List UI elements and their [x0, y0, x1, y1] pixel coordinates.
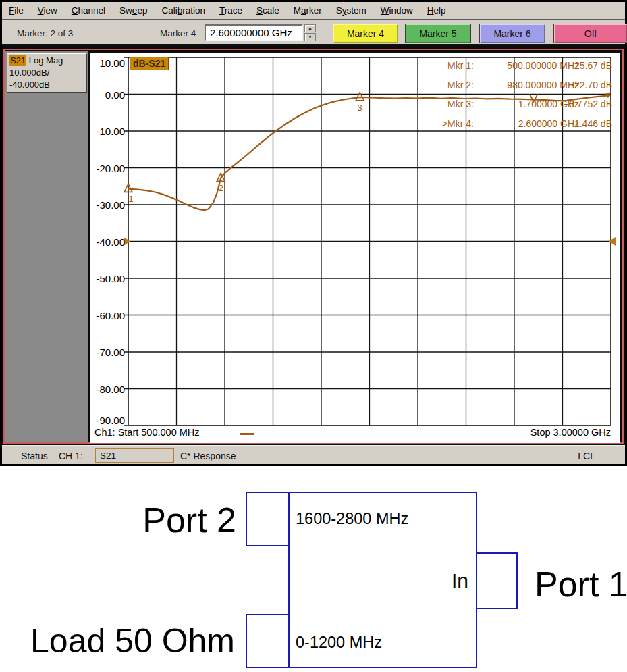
menu-window[interactable]: Window — [381, 5, 413, 16]
load-stub-box — [246, 614, 290, 668]
high-band-label: 1600-2800 MHz — [296, 510, 408, 528]
status-label: Status — [21, 450, 48, 461]
port1-stub-box — [476, 552, 518, 609]
port2-label: Port 2 — [94, 500, 236, 540]
marker4-field-label: Marker 4 — [160, 28, 196, 38]
low-band-label: 0-1200 MHz — [296, 634, 382, 652]
off-button[interactable]: Off — [553, 24, 627, 43]
menu-trace[interactable]: Trace — [219, 5, 242, 16]
marker-6-button[interactable]: Marker 6 — [479, 24, 545, 43]
marker-4-button[interactable]: Marker 4 — [333, 24, 398, 43]
trace-reference: -40.000dB — [9, 79, 84, 91]
marker-readout-row: Mkr 1:500.000000 MHz-25.67 dB — [90, 60, 620, 71]
trace-scale: 10.000dB/ — [9, 67, 84, 79]
menu-sweep[interactable]: Sweep — [119, 5, 147, 16]
y-tick-label: -20.00 — [91, 163, 125, 174]
in-label: In — [429, 569, 468, 592]
trace-color-swatch — [240, 433, 254, 435]
svg-text:1: 1 — [128, 194, 133, 204]
mkr-name: >Mkr 4: — [395, 118, 474, 129]
marker-status-text: Marker: 2 of 3 — [17, 28, 73, 38]
y-tick-label: -40.00 — [91, 236, 125, 248]
marker-readout-row: >Mkr 4:2.600000 GHz-1.446 dB — [90, 118, 620, 129]
frequency-stepper: ▲ ▼ — [304, 24, 316, 41]
load-label: Load 50 Ohm — [0, 621, 235, 661]
sweep-stop-label: Stop 3.00000 GHz — [530, 427, 611, 438]
mkr-name: Mkr 1: — [395, 60, 474, 71]
sweep-start-label: Ch1: Start 500.000 MHz — [94, 427, 200, 438]
y-tick-label: -80.00 — [91, 384, 125, 395]
mkr-value: -22.70 dB — [554, 80, 612, 91]
mkr-value: -0.7752 dB — [554, 99, 612, 109]
marker4-frequency-input[interactable] — [205, 24, 303, 41]
lcl-indicator: LCL — [578, 450, 595, 461]
menu-scale[interactable]: Scale — [256, 5, 279, 16]
menu-system[interactable]: System — [336, 5, 366, 16]
s-parameter-badge: S21 — [9, 55, 26, 66]
port2-stub-box — [246, 492, 290, 546]
mkr-name: Mkr 2: — [395, 80, 474, 91]
trace-info-line1: S21 Log Mag — [9, 55, 84, 67]
y-tick-label: -50.00 — [91, 273, 125, 284]
y-tick-label: -30.00 — [91, 199, 125, 211]
menu-calibration[interactable]: Calibration — [161, 5, 205, 16]
trace-sidebar: S21 Log Mag 10.000dB/ -40.000dB — [5, 51, 88, 442]
vna-window: FileViewChannelSweepCalibrationTraceScal… — [0, 0, 627, 466]
y-tick-label: -90.00 — [91, 415, 125, 426]
marker-readout-row: Mkr 3:1.700000 GHz-0.7752 dB — [90, 99, 620, 109]
menu-bar: FileViewChannelSweepCalibrationTraceScal… — [2, 2, 625, 20]
y-tick-label: -70.00 — [91, 346, 125, 358]
toolbar: Marker: 2 of 3 Marker 4 ▲ ▼ Marker 4Mark… — [2, 22, 625, 46]
stepper-up-button[interactable]: ▲ — [304, 24, 316, 32]
y-tick-label: -60.00 — [91, 310, 125, 321]
mkr-name: Mkr 3: — [395, 99, 474, 109]
trace-format: Log Mag — [26, 55, 63, 66]
status-sparam-box: S21 — [95, 448, 174, 463]
marker-5-button[interactable]: Marker 5 — [405, 24, 471, 43]
marker-readout-row: Mkr 2:980.000000 MHz-22.70 dB — [90, 80, 620, 91]
svg-text:2: 2 — [219, 183, 223, 193]
menu-help[interactable]: Help — [427, 5, 446, 16]
page: FileViewChannelSweepCalibrationTraceScal… — [0, 0, 627, 672]
trace-info-box[interactable]: S21 Log Mag 10.000dB/ -40.000dB — [7, 53, 87, 93]
menu-channel[interactable]: Channel — [72, 5, 105, 16]
menu-marker[interactable]: Marker — [294, 5, 322, 16]
display-area: S21 Log Mag 10.000dB/ -40.000dB 123 dB-S… — [2, 46, 625, 446]
channel-label: CH 1: — [59, 450, 83, 461]
mkr-value: -25.67 dB — [554, 60, 612, 71]
mkr-value: -1.446 dB — [554, 118, 612, 129]
chart-area: 123 dB-S21 10.000.00-10.00-20.00-30.00-4… — [90, 53, 620, 443]
response-status: C* Response — [180, 450, 236, 461]
plot-grid-and-trace: 123 — [90, 53, 620, 443]
status-bar: Status CH 1: S21 C* Response LCL — [2, 445, 625, 464]
menu-file[interactable]: File — [9, 5, 24, 16]
port1-label: Port 1 — [535, 564, 627, 604]
stepper-down-button[interactable]: ▼ — [304, 33, 316, 41]
menu-view[interactable]: View — [38, 5, 57, 16]
